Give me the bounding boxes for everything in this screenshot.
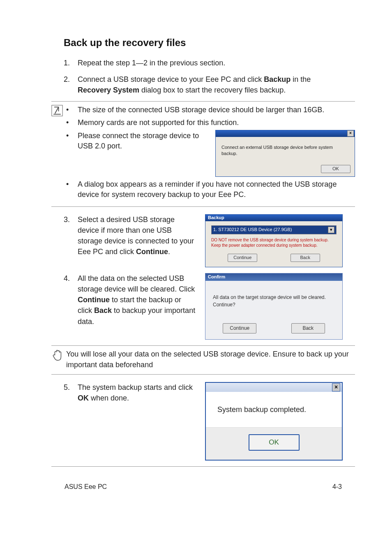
bullet-icon: • xyxy=(66,118,78,128)
note-3-text: Please connect the storage device to USB… xyxy=(78,131,208,151)
dialog-connect-usb: × Connect an external USB storage device… xyxy=(215,130,355,177)
text-frag: All data on the target storage device wi… xyxy=(213,294,335,301)
step-4-num: 4. xyxy=(64,273,78,284)
dialog-titlebar: Backup xyxy=(205,215,342,221)
continue-button[interactable]: Continue xyxy=(223,323,256,333)
confirm-message: All data on the target storage device wi… xyxy=(213,294,335,308)
step-5-num: 5. xyxy=(64,382,78,393)
note-box: • The size of the connected USB storage … xyxy=(51,101,355,207)
step-1: 1. Repeat the step 1—2 in the previous s… xyxy=(64,58,343,68)
backup-warning-text: DO NOT remove the USB storage device dur… xyxy=(211,238,337,248)
bold-ok: OK xyxy=(78,394,89,402)
completed-message: System backup completed. xyxy=(206,392,342,427)
divider xyxy=(51,466,355,467)
footer-left: ASUS Eee PC xyxy=(65,483,107,491)
bullet-icon: • xyxy=(66,105,78,115)
step-4: 4. All the data on the selected USB stor… xyxy=(64,273,343,340)
page-footer: ASUS Eee PC 4-3 xyxy=(64,483,343,491)
back-button[interactable]: Back xyxy=(291,323,325,333)
chevron-down-icon[interactable]: ▾ xyxy=(328,227,334,233)
dialog-message: Connect an external USB storage device b… xyxy=(216,137,355,161)
continue-button[interactable]: Continue xyxy=(228,254,257,262)
step-4-text: All the data on the selected USB storage… xyxy=(78,273,198,326)
back-button[interactable]: Back xyxy=(291,254,320,262)
note-bullet-1: • The size of the connected USB storage … xyxy=(66,105,355,115)
device-selected: 1. ST730212 DE USB Device (27.9GB) xyxy=(213,227,292,233)
text-frag: Continue? xyxy=(213,301,335,308)
note-4-text: A dialog box appears as a reminder if yo… xyxy=(78,179,355,200)
step-3-num: 3. xyxy=(64,214,78,225)
close-icon[interactable]: × xyxy=(347,130,354,137)
step-2: 2. Connect a USB storage device to your … xyxy=(64,74,343,95)
bold-recovery-system: Recovery System xyxy=(78,86,139,94)
text-frag: dialog box to start the recovery files b… xyxy=(139,86,286,94)
device-dropdown[interactable]: 1. ST730212 DE USB Device (27.9GB) ▾ xyxy=(211,225,337,234)
note-bullet-2: • Memory cards are not supported for thi… xyxy=(66,118,355,128)
bullet-icon: • xyxy=(66,131,78,141)
note-bullet-3: • Please connect the storage device to U… xyxy=(66,131,355,177)
text-frag: . xyxy=(168,248,170,256)
dialog-titlebar: Confirm xyxy=(205,273,342,281)
bullet-icon: • xyxy=(66,179,78,190)
text-frag: The system backup starts and click xyxy=(78,383,193,391)
dialog-titlebar: × xyxy=(216,130,355,137)
caution-text: You will lose all your data on the selec… xyxy=(66,349,355,370)
step-5: 5. The system backup starts and click OK… xyxy=(64,382,343,461)
caution-box: You will lose all your data on the selec… xyxy=(51,345,355,374)
section-title: Back up the recovery files xyxy=(64,37,343,49)
footer-right: 4-3 xyxy=(332,483,342,491)
step-1-text: Repeat the step 1—2 in the previous sect… xyxy=(78,58,343,68)
text-frag: when done. xyxy=(89,394,129,402)
step-1-num: 1. xyxy=(64,58,78,68)
note-2-text: Memory cards are not supported for this … xyxy=(78,118,355,128)
dialog-titlebar: × xyxy=(206,383,342,392)
dialog-backup-completed: × System backup completed. OK xyxy=(205,382,343,461)
dialog-confirm: Confirm All data on the target storage d… xyxy=(205,273,343,340)
hand-stop-icon xyxy=(51,349,64,361)
note-1-text: The size of the connected USB storage de… xyxy=(78,105,355,115)
step-list: 1. Repeat the step 1—2 in the previous s… xyxy=(64,58,343,95)
bold-continue: Continue xyxy=(136,248,168,256)
dialog-title: Confirm xyxy=(208,274,225,280)
bold-back: Back xyxy=(94,306,112,315)
text-frag: All the data on the selected USB storage… xyxy=(78,274,195,293)
step-2-text: Connect a USB storage device to your Eee… xyxy=(78,74,343,95)
bold-backup: Backup xyxy=(264,75,291,83)
bold-continue: Continue xyxy=(78,296,110,304)
step-2-num: 2. xyxy=(64,74,78,85)
step-3-text: Select a desired USB storage device if m… xyxy=(78,214,198,257)
dialog-title: Backup xyxy=(208,215,224,221)
ok-button[interactable]: OK xyxy=(321,165,350,173)
text-frag: Connect a USB storage device to your Eee… xyxy=(78,75,264,83)
step-3: 3. Select a desired USB storage device i… xyxy=(64,214,343,267)
ok-button[interactable]: OK xyxy=(249,434,300,451)
close-icon[interactable]: × xyxy=(332,383,340,391)
dialog-backup-select: Backup 1. ST730212 DE USB Device (27.9GB… xyxy=(205,214,343,267)
note-bullet-4: • A dialog box appears as a reminder if … xyxy=(66,179,355,200)
page: Back up the recovery files 1. Repeat the… xyxy=(0,0,392,507)
text-frag: in the xyxy=(291,75,311,83)
note-icon xyxy=(51,105,64,117)
step-5-text: The system backup starts and click OK wh… xyxy=(78,382,198,403)
